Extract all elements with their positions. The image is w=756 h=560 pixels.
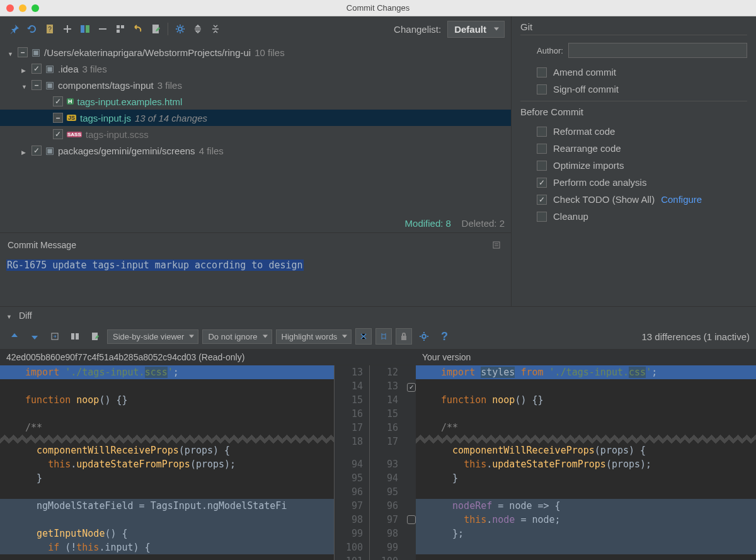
rearrange-label: Rearrange code (553, 143, 621, 154)
viewer-mode-select[interactable]: Side-by-side viewer (107, 329, 198, 344)
tree-file[interactable]: SASS tags-input.scss (0, 126, 511, 142)
titlebar: Commit Changes (0, 0, 756, 16)
compare-icon[interactable] (67, 328, 83, 345)
undo-icon[interactable] (130, 21, 146, 37)
tree-folder[interactable]: ▣ packages/gemini/gemini/screens 4 files (0, 142, 511, 159)
diff-settings-icon[interactable] (416, 328, 432, 345)
signoff-checkbox[interactable] (537, 84, 547, 94)
cleanup-label: Cleanup (553, 211, 588, 222)
help-icon[interactable]: ? (436, 328, 452, 345)
author-label: Author: (537, 46, 563, 55)
commit-message-label: Commit Message (8, 240, 76, 250)
reformat-checkbox[interactable] (537, 127, 547, 137)
diff-section-header[interactable]: Diff (0, 306, 756, 324)
minimize-window-button[interactable] (19, 4, 26, 12)
rearrange-checkbox[interactable] (537, 144, 547, 154)
tree-path: /Users/ekaterinaprigara/WebstormProjects… (44, 47, 251, 58)
change-stats: Modified: 8 Deleted: 2 (405, 218, 505, 229)
lock-icon[interactable] (396, 328, 412, 345)
expand-all-icon[interactable] (190, 21, 206, 37)
add-icon[interactable] (59, 21, 76, 37)
chevron-down-icon[interactable] (8, 47, 14, 58)
tree-folder[interactable]: ▣ components/tags-input 3 files (0, 77, 511, 93)
tree-file[interactable]: H tags-input.examples.html (0, 93, 511, 110)
ignore-mode-select[interactable]: Do not ignore (202, 329, 272, 344)
chevron-right-icon[interactable] (21, 64, 28, 74)
signoff-label: Sign-off commit (553, 84, 619, 94)
todo-label: Check TODO (Show All) (553, 194, 655, 205)
modified-count: Modified: 8 (405, 218, 451, 229)
history-icon[interactable] (488, 237, 505, 253)
checkbox[interactable] (53, 129, 63, 139)
edit-diff-icon[interactable] (87, 328, 103, 345)
amend-checkbox[interactable] (537, 67, 547, 77)
diff-left-title: 42ed005b860e90f77c4f51a4b285a8052c94cd03… (0, 350, 334, 365)
svg-point-8 (178, 27, 182, 31)
sass-file-icon: SASS (67, 132, 82, 137)
svg-rect-4 (117, 25, 120, 28)
separator (168, 23, 168, 35)
refresh-icon[interactable] (24, 21, 40, 37)
sync-scroll-icon[interactable] (375, 328, 392, 345)
tree-count: 4 files (199, 146, 224, 156)
maximize-window-button[interactable] (32, 4, 39, 12)
edit-icon[interactable] (147, 21, 164, 37)
commit-toolbar: ? Changelist: Default (0, 16, 511, 42)
file-question-icon[interactable]: ? (42, 21, 58, 37)
pin-icon[interactable] (6, 21, 23, 37)
html-file-icon: H (67, 98, 74, 105)
remove-icon[interactable] (94, 21, 111, 37)
revert-chunk-checkbox[interactable] (407, 515, 416, 524)
tree-root[interactable]: ▣ /Users/ekaterinaprigara/WebstormProjec… (0, 44, 511, 60)
optimize-checkbox[interactable] (537, 161, 547, 171)
todo-checkbox[interactable] (537, 195, 547, 205)
cleanup-checkbox[interactable] (537, 212, 547, 222)
analysis-checkbox[interactable] (537, 178, 547, 188)
checkbox[interactable] (32, 146, 42, 156)
jump-source-icon[interactable] (47, 328, 63, 345)
chevron-down-icon[interactable] (6, 311, 13, 321)
tree-count: 10 files (255, 47, 285, 58)
collapse-all-icon[interactable] (207, 21, 224, 37)
checkbox[interactable] (32, 80, 42, 90)
diff-summary: 13 differences (1 inactive) (642, 331, 750, 342)
deleted-count: Deleted: 2 (462, 218, 505, 229)
svg-point-15 (422, 334, 426, 338)
checkbox[interactable] (53, 113, 63, 123)
highlight-mode-select[interactable]: Highlight words (276, 329, 352, 344)
diff-icon[interactable] (77, 21, 93, 37)
chevron-right-icon[interactable] (21, 146, 28, 156)
file-name: tags-input.scss (86, 129, 149, 140)
diff-toolbar: Side-by-side viewer Do not ignore Highli… (0, 324, 756, 349)
changelist-select[interactable]: Default (447, 21, 505, 38)
tree-file[interactable]: JS tags-input.js 13 of 14 changes (0, 110, 511, 126)
close-window-button[interactable] (6, 4, 14, 12)
svg-text:?: ? (48, 26, 52, 33)
diff-right-pane[interactable]: import styles from './tags-input.css';fu… (416, 365, 756, 560)
next-diff-icon[interactable] (26, 328, 43, 345)
checkbox[interactable] (18, 47, 28, 57)
tree-name: packages/gemini/gemini/screens (58, 146, 195, 156)
settings-icon[interactable] (172, 21, 188, 37)
chevron-down-icon[interactable] (21, 80, 28, 91)
author-input[interactable] (568, 43, 747, 58)
svg-rect-2 (81, 25, 84, 33)
file-name: tags-input.examples.html (77, 96, 183, 107)
checkbox[interactable] (32, 64, 42, 74)
checkbox[interactable] (53, 96, 63, 106)
tree-folder[interactable]: ▣ .idea 3 files (0, 60, 511, 77)
prev-diff-icon[interactable] (6, 328, 23, 345)
configure-link[interactable]: Configure (661, 194, 702, 205)
revert-chunk-checkbox[interactable] (407, 383, 416, 392)
tree-count: 3 files (158, 80, 182, 91)
group-icon[interactable] (112, 21, 129, 37)
diff-left-pane[interactable]: OFF import './tags-input.scss';function … (0, 365, 334, 560)
commit-options-panel: Git Author: Amend commit Sign-off commit… (512, 16, 756, 306)
folder-icon: ▣ (45, 79, 54, 91)
file-name: tags-input.js (80, 113, 131, 123)
commit-message-text: RG-1675 update tags-input markup accordi… (6, 260, 304, 271)
commit-message-input[interactable]: RG-1675 update tags-input markup accordi… (0, 256, 511, 306)
analysis-label: Perform code analysis (553, 177, 646, 188)
collapse-unchanged-icon[interactable] (355, 328, 372, 345)
diff-title: Diff (19, 311, 32, 321)
